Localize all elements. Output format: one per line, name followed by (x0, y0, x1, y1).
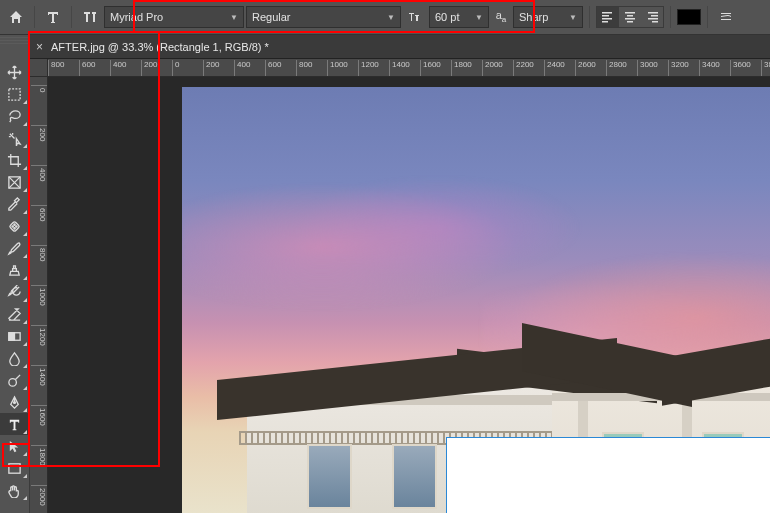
svg-rect-8 (648, 12, 658, 14)
svg-rect-3 (602, 21, 608, 23)
ruler-tick: 1800 (31, 445, 47, 466)
svg-point-16 (15, 225, 16, 226)
clone-stamp-tool[interactable] (0, 259, 28, 281)
ruler-tick: 2400 (544, 60, 565, 77)
ruler-tick: 2600 (575, 60, 596, 77)
svg-rect-10 (648, 18, 658, 20)
hand-tool[interactable] (0, 479, 28, 501)
anti-alias-dropdown[interactable]: Sharp ▼ (513, 6, 583, 28)
svg-rect-1 (602, 15, 609, 17)
blur-tool[interactable] (0, 347, 28, 369)
font-size-dropdown[interactable]: 60 pt ▼ (429, 6, 489, 28)
vertical-ruler[interactable]: 0200400600800100012001400160018002000 (30, 77, 48, 513)
ruler-tick: 1000 (31, 285, 47, 306)
panel-handle[interactable] (0, 37, 30, 46)
rectangle-tool[interactable] (0, 457, 28, 479)
ruler-tick: 3600 (730, 60, 751, 77)
ruler-tick: 1600 (420, 60, 441, 77)
horizontal-ruler[interactable]: 8006004002000200400600800100012001400160… (48, 59, 770, 77)
ruler-tick: 800 (296, 60, 312, 77)
svg-point-17 (13, 223, 14, 224)
brush-tool[interactable] (0, 237, 28, 259)
svg-point-21 (8, 378, 16, 386)
ruler-origin[interactable] (30, 59, 48, 77)
svg-rect-20 (8, 332, 14, 340)
document-canvas[interactable] (182, 87, 770, 513)
svg-rect-4 (625, 12, 635, 14)
type-tool[interactable] (0, 413, 28, 435)
ruler-tick: 1800 (451, 60, 472, 77)
options-bar: Myriad Pro ▼ Regular ▼ 60 pt ▼ aa Sharp … (0, 0, 770, 35)
align-center-button[interactable] (619, 7, 641, 27)
history-brush-tool[interactable] (0, 281, 28, 303)
ruler-tick: 1200 (31, 325, 47, 346)
divider (707, 6, 708, 28)
dodge-tool[interactable] (0, 369, 28, 391)
move-tool[interactable] (0, 61, 28, 83)
ruler-tick: 200 (31, 125, 47, 141)
spot-healing-tool[interactable] (0, 215, 28, 237)
type-tool-icon[interactable] (41, 5, 65, 29)
ruler-tick: 2000 (482, 60, 503, 77)
svg-rect-14 (9, 221, 20, 232)
ruler-tick: 600 (79, 60, 95, 77)
svg-rect-6 (625, 18, 635, 20)
text-color-swatch[interactable] (677, 9, 701, 25)
font-style-value: Regular (252, 11, 291, 23)
ruler-tick: 2800 (606, 60, 627, 77)
ruler-tick: 400 (31, 165, 47, 181)
ruler-tick: 800 (31, 245, 47, 261)
align-right-button[interactable] (641, 7, 663, 27)
ruler-tick: 0 (172, 60, 179, 77)
chevron-down-icon: ▼ (569, 13, 577, 22)
ruler-tick: 800 (48, 60, 64, 77)
ruler-tick: 600 (265, 60, 281, 77)
anti-alias-icon: aa (491, 5, 511, 29)
font-size-value: 60 pt (435, 11, 459, 23)
divider (670, 6, 671, 28)
ruler-tick: 200 (141, 60, 157, 77)
ruler-tick: 3200 (668, 60, 689, 77)
text-box[interactable] (446, 437, 770, 513)
ruler-tick: 2200 (513, 60, 534, 77)
eraser-tool[interactable] (0, 303, 28, 325)
pen-tool[interactable] (0, 391, 28, 413)
font-family-dropdown[interactable]: Myriad Pro ▼ (104, 6, 244, 28)
chevron-down-icon: ▼ (230, 13, 238, 22)
ruler-tick: 1200 (358, 60, 379, 77)
chevron-down-icon: ▼ (475, 13, 483, 22)
ruler-tick: 1000 (327, 60, 348, 77)
marquee-tool[interactable] (0, 83, 28, 105)
document-tab-label[interactable]: AFTER.jpg @ 33.3% (Rectangle 1, RGB/8) * (51, 41, 269, 53)
eyedropper-tool[interactable] (0, 193, 28, 215)
quick-selection-tool[interactable] (0, 127, 28, 149)
close-tab-button[interactable]: × (36, 40, 43, 54)
svg-rect-23 (8, 463, 19, 472)
warp-text-button[interactable] (714, 5, 738, 29)
svg-rect-12 (8, 88, 19, 99)
path-selection-tool[interactable] (0, 435, 28, 457)
ruler-tick: 3000 (637, 60, 658, 77)
font-size-icon (403, 5, 427, 29)
align-left-button[interactable] (597, 7, 619, 27)
ruler-tick: 3800 (761, 60, 770, 77)
svg-rect-5 (627, 15, 633, 17)
document-tab-bar: × AFTER.jpg @ 33.3% (Rectangle 1, RGB/8)… (0, 35, 770, 59)
svg-rect-0 (602, 12, 612, 14)
crop-tool[interactable] (0, 149, 28, 171)
text-orientation-button[interactable] (78, 5, 102, 29)
svg-rect-7 (627, 21, 633, 23)
ruler-tick: 1400 (31, 365, 47, 386)
home-button[interactable] (4, 5, 28, 29)
svg-rect-9 (651, 15, 658, 17)
gradient-tool[interactable] (0, 325, 28, 347)
svg-point-18 (13, 227, 14, 228)
tools-panel (0, 35, 30, 513)
text-align-group (596, 6, 664, 28)
frame-tool[interactable] (0, 171, 28, 193)
lasso-tool[interactable] (0, 105, 28, 127)
font-style-dropdown[interactable]: Regular ▼ (246, 6, 401, 28)
svg-point-15 (11, 225, 12, 226)
ruler-tick: 400 (234, 60, 250, 77)
svg-rect-2 (602, 18, 612, 20)
